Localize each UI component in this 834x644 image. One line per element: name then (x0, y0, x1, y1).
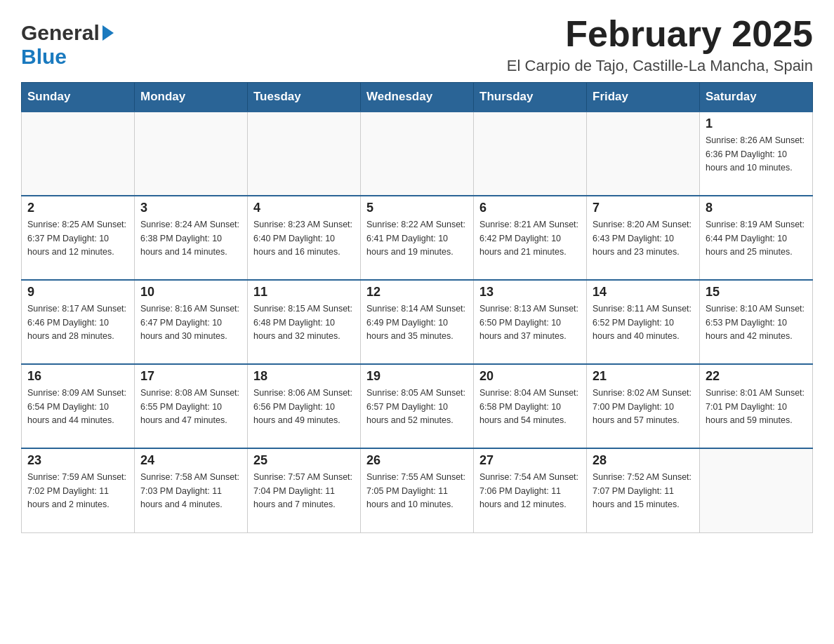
table-row (248, 112, 361, 196)
col-monday: Monday (135, 83, 248, 112)
day-info: Sunrise: 8:22 AM Sunset: 6:41 PM Dayligh… (366, 218, 468, 259)
day-info: Sunrise: 7:57 AM Sunset: 7:04 PM Dayligh… (253, 471, 355, 511)
day-number: 19 (366, 369, 468, 384)
day-number: 27 (479, 453, 581, 468)
day-info: Sunrise: 8:26 AM Sunset: 6:36 PM Dayligh… (706, 134, 807, 175)
calendar-week-row: 23Sunrise: 7:59 AM Sunset: 7:02 PM Dayli… (22, 448, 813, 532)
day-info: Sunrise: 8:16 AM Sunset: 6:47 PM Dayligh… (140, 302, 241, 343)
day-info: Sunrise: 8:05 AM Sunset: 6:57 PM Dayligh… (366, 387, 468, 427)
table-row: 2Sunrise: 8:25 AM Sunset: 6:37 PM Daylig… (22, 196, 135, 280)
day-info: Sunrise: 7:58 AM Sunset: 7:03 PM Dayligh… (140, 471, 241, 511)
day-number: 26 (366, 453, 468, 468)
table-row: 21Sunrise: 8:02 AM Sunset: 7:00 PM Dayli… (587, 364, 700, 448)
calendar-week-row: 9Sunrise: 8:17 AM Sunset: 6:46 PM Daylig… (22, 280, 813, 364)
logo-blue-text: Blue (21, 45, 67, 69)
table-row (700, 448, 813, 532)
day-number: 28 (593, 453, 694, 468)
table-row: 14Sunrise: 8:11 AM Sunset: 6:52 PM Dayli… (587, 280, 700, 364)
table-row: 12Sunrise: 8:14 AM Sunset: 6:49 PM Dayli… (361, 280, 474, 364)
col-friday: Friday (587, 83, 700, 112)
day-number: 15 (706, 285, 807, 300)
day-info: Sunrise: 7:54 AM Sunset: 7:06 PM Dayligh… (479, 471, 581, 511)
day-info: Sunrise: 8:09 AM Sunset: 6:54 PM Dayligh… (27, 387, 128, 427)
day-number: 23 (27, 453, 128, 468)
table-row: 4Sunrise: 8:23 AM Sunset: 6:40 PM Daylig… (248, 196, 361, 280)
day-number: 22 (706, 369, 807, 384)
table-row (135, 112, 248, 196)
day-number: 25 (253, 453, 355, 468)
col-thursday: Thursday (474, 83, 587, 112)
day-number: 7 (593, 201, 694, 215)
day-info: Sunrise: 8:15 AM Sunset: 6:48 PM Dayligh… (253, 302, 355, 343)
day-info: Sunrise: 8:24 AM Sunset: 6:38 PM Dayligh… (140, 218, 241, 259)
table-row: 11Sunrise: 8:15 AM Sunset: 6:48 PM Dayli… (248, 280, 361, 364)
table-row: 3Sunrise: 8:24 AM Sunset: 6:38 PM Daylig… (135, 196, 248, 280)
day-info: Sunrise: 7:52 AM Sunset: 7:07 PM Dayligh… (593, 471, 694, 511)
day-info: Sunrise: 8:01 AM Sunset: 7:01 PM Dayligh… (706, 387, 807, 427)
day-number: 9 (27, 285, 128, 300)
day-number: 18 (253, 369, 355, 384)
table-row: 1Sunrise: 8:26 AM Sunset: 6:36 PM Daylig… (700, 112, 813, 196)
day-number: 6 (479, 201, 581, 215)
table-row (361, 112, 474, 196)
table-row: 13Sunrise: 8:13 AM Sunset: 6:50 PM Dayli… (474, 280, 587, 364)
table-row: 16Sunrise: 8:09 AM Sunset: 6:54 PM Dayli… (22, 364, 135, 448)
calendar-week-row: 1Sunrise: 8:26 AM Sunset: 6:36 PM Daylig… (22, 112, 813, 196)
day-info: Sunrise: 7:55 AM Sunset: 7:05 PM Dayligh… (366, 471, 468, 511)
table-row: 27Sunrise: 7:54 AM Sunset: 7:06 PM Dayli… (474, 448, 587, 532)
table-row: 9Sunrise: 8:17 AM Sunset: 6:46 PM Daylig… (22, 280, 135, 364)
day-info: Sunrise: 8:17 AM Sunset: 6:46 PM Dayligh… (27, 302, 128, 343)
table-row (22, 112, 135, 196)
logo: General Blue (21, 21, 114, 69)
table-row: 23Sunrise: 7:59 AM Sunset: 7:02 PM Dayli… (22, 448, 135, 532)
day-number: 21 (593, 369, 694, 384)
calendar-week-row: 16Sunrise: 8:09 AM Sunset: 6:54 PM Dayli… (22, 364, 813, 448)
month-title: February 2025 (507, 14, 813, 54)
col-saturday: Saturday (700, 83, 813, 112)
day-info: Sunrise: 8:02 AM Sunset: 7:00 PM Dayligh… (593, 387, 694, 427)
day-info: Sunrise: 8:10 AM Sunset: 6:53 PM Dayligh… (706, 302, 807, 343)
day-number: 10 (140, 285, 241, 300)
day-number: 17 (140, 369, 241, 384)
table-row: 22Sunrise: 8:01 AM Sunset: 7:01 PM Dayli… (700, 364, 813, 448)
day-info: Sunrise: 8:04 AM Sunset: 6:58 PM Dayligh… (479, 387, 581, 427)
table-row: 17Sunrise: 8:08 AM Sunset: 6:55 PM Dayli… (135, 364, 248, 448)
day-number: 4 (253, 201, 355, 215)
table-row (474, 112, 587, 196)
day-info: Sunrise: 8:25 AM Sunset: 6:37 PM Dayligh… (27, 218, 128, 259)
day-info: Sunrise: 8:06 AM Sunset: 6:56 PM Dayligh… (253, 387, 355, 427)
day-info: Sunrise: 8:23 AM Sunset: 6:40 PM Dayligh… (253, 218, 355, 259)
day-info: Sunrise: 7:59 AM Sunset: 7:02 PM Dayligh… (27, 471, 128, 511)
day-info: Sunrise: 8:13 AM Sunset: 6:50 PM Dayligh… (479, 302, 581, 343)
day-number: 11 (253, 285, 355, 300)
table-row: 25Sunrise: 7:57 AM Sunset: 7:04 PM Dayli… (248, 448, 361, 532)
table-row: 8Sunrise: 8:19 AM Sunset: 6:44 PM Daylig… (700, 196, 813, 280)
calendar-table: Sunday Monday Tuesday Wednesday Thursday… (21, 82, 813, 533)
day-info: Sunrise: 8:19 AM Sunset: 6:44 PM Dayligh… (706, 218, 807, 259)
table-row: 24Sunrise: 7:58 AM Sunset: 7:03 PM Dayli… (135, 448, 248, 532)
col-tuesday: Tuesday (248, 83, 361, 112)
day-number: 14 (593, 285, 694, 300)
day-number: 12 (366, 285, 468, 300)
table-row: 20Sunrise: 8:04 AM Sunset: 6:58 PM Dayli… (474, 364, 587, 448)
table-row: 18Sunrise: 8:06 AM Sunset: 6:56 PM Dayli… (248, 364, 361, 448)
table-row (587, 112, 700, 196)
logo-general-text: General (21, 21, 100, 45)
day-number: 13 (479, 285, 581, 300)
day-number: 5 (366, 201, 468, 215)
table-row: 26Sunrise: 7:55 AM Sunset: 7:05 PM Dayli… (361, 448, 474, 532)
col-wednesday: Wednesday (361, 83, 474, 112)
day-number: 20 (479, 369, 581, 384)
title-block: February 2025 El Carpio de Tajo, Castill… (507, 14, 813, 75)
calendar-week-row: 2Sunrise: 8:25 AM Sunset: 6:37 PM Daylig… (22, 196, 813, 280)
day-number: 2 (27, 201, 128, 215)
logo-triangle-icon (102, 25, 114, 41)
day-info: Sunrise: 8:14 AM Sunset: 6:49 PM Dayligh… (366, 302, 468, 343)
day-number: 1 (706, 116, 807, 131)
table-row: 10Sunrise: 8:16 AM Sunset: 6:47 PM Dayli… (135, 280, 248, 364)
day-number: 8 (706, 201, 807, 215)
day-info: Sunrise: 8:21 AM Sunset: 6:42 PM Dayligh… (479, 218, 581, 259)
day-info: Sunrise: 8:11 AM Sunset: 6:52 PM Dayligh… (593, 302, 694, 343)
table-row: 5Sunrise: 8:22 AM Sunset: 6:41 PM Daylig… (361, 196, 474, 280)
table-row: 28Sunrise: 7:52 AM Sunset: 7:07 PM Dayli… (587, 448, 700, 532)
